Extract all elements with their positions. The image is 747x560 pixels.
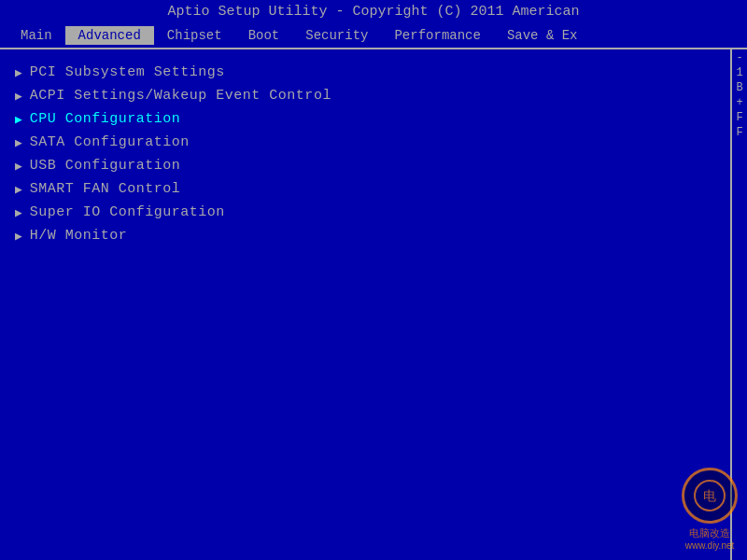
right-panel-item-1: 1 (736, 66, 742, 79)
menu-entry-0[interactable]: ▶PCI Subsystem Settings (15, 61, 715, 84)
content-area: ▶PCI Subsystem Settings▶ACPI Settings/Wa… (0, 49, 747, 560)
right-panel-item-4: F (736, 111, 742, 124)
arrow-icon-6: ▶ (15, 205, 22, 220)
menu-entry-7[interactable]: ▶H/W Monitor (15, 224, 715, 247)
arrow-icon-7: ▶ (15, 229, 22, 244)
menu-item-security[interactable]: Security (292, 26, 381, 45)
entry-label-4: USB Configuration (30, 158, 181, 174)
menu-item-main[interactable]: Main (7, 26, 65, 45)
menu-entry-6[interactable]: ▶Super IO Configuration (15, 201, 715, 224)
right-panel-item-2: B (736, 81, 742, 94)
arrow-icon-0: ▶ (15, 65, 22, 80)
main-panel: ▶PCI Subsystem Settings▶ACPI Settings/Wa… (0, 49, 730, 560)
menu-item-boot[interactable]: Boot (235, 26, 293, 45)
watermark-logo: 电 (682, 468, 738, 524)
entry-label-5: SMART FAN Control (30, 181, 181, 197)
arrow-icon-3: ▶ (15, 135, 22, 150)
arrow-icon-2: ▶ (15, 112, 22, 127)
watermark: 电 电脑改造 www.diy.net (682, 468, 738, 551)
arrow-icon-1: ▶ (15, 89, 22, 104)
right-panel-item-5: F (736, 126, 742, 139)
entry-label-7: H/W Monitor (30, 228, 128, 244)
menu-entry-5[interactable]: ▶SMART FAN Control (15, 177, 715, 201)
title-bar: Aptio Setup Utility - Copyright (C) 2011… (0, 0, 747, 23)
right-panel-item-0: - (736, 51, 742, 64)
entry-label-1: ACPI Settings/Wakeup Event Control (30, 88, 331, 104)
menu-entry-1[interactable]: ▶ACPI Settings/Wakeup Event Control (15, 84, 715, 107)
right-panel-item-3: + (736, 96, 742, 109)
title-text: Aptio Setup Utility - Copyright (C) 2011… (167, 4, 579, 20)
menu-item-save-and-ex[interactable]: Save & Ex (494, 26, 591, 45)
menu-item-advanced[interactable]: Advanced (65, 26, 154, 45)
entry-label-0: PCI Subsystem Settings (30, 64, 225, 80)
entry-label-6: Super IO Configuration (30, 204, 225, 220)
menu-entry-2[interactable]: ▶CPU Configuration (15, 107, 715, 131)
entry-label-2: CPU Configuration (30, 111, 181, 127)
bios-screen: Aptio Setup Utility - Copyright (C) 2011… (0, 0, 747, 560)
menu-bar: MainAdvancedChipsetBootSecurityPerforman… (0, 23, 747, 49)
watermark-url: www.diy.net (685, 540, 735, 551)
arrow-icon-5: ▶ (15, 182, 22, 197)
watermark-brand: 电脑改造 (689, 526, 730, 540)
menu-entry-3[interactable]: ▶SATA Configuration (15, 131, 715, 154)
entry-label-3: SATA Configuration (30, 134, 190, 150)
menu-item-chipset[interactable]: Chipset (154, 26, 235, 45)
svg-text:电: 电 (703, 488, 716, 503)
arrow-icon-4: ▶ (15, 159, 22, 174)
menu-item-performance[interactable]: Performance (381, 26, 493, 45)
menu-entry-4[interactable]: ▶USB Configuration (15, 154, 715, 177)
